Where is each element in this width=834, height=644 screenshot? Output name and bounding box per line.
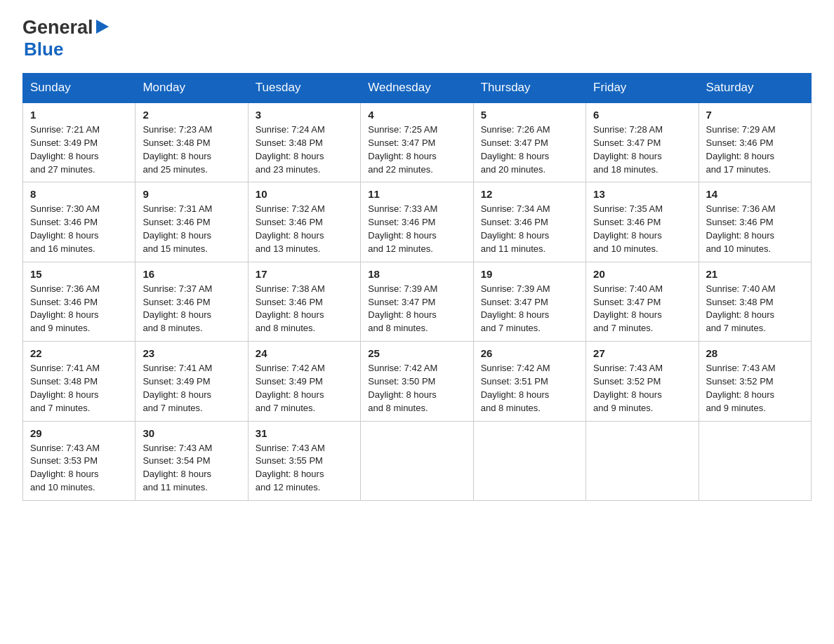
- day-info: Sunrise: 7:43 AMSunset: 3:52 PMDaylight:…: [593, 362, 691, 415]
- day-number: 19: [481, 268, 578, 280]
- header-day-friday: Friday: [586, 74, 699, 103]
- day-info: Sunrise: 7:36 AMSunset: 3:46 PMDaylight:…: [706, 203, 804, 255]
- calendar-cell: 14Sunrise: 7:36 AMSunset: 3:46 PMDayligh…: [699, 182, 811, 262]
- calendar-cell: 31Sunrise: 7:43 AMSunset: 3:55 PMDayligh…: [248, 421, 360, 500]
- day-number: 4: [368, 109, 465, 121]
- day-info: Sunrise: 7:21 AMSunset: 3:49 PMDaylight:…: [30, 123, 128, 176]
- calendar-cell: 9Sunrise: 7:31 AMSunset: 3:46 PMDaylight…: [135, 182, 248, 262]
- day-number: 18: [368, 268, 465, 280]
- calendar-header: SundayMondayTuesdayWednesdayThursdayFrid…: [23, 74, 812, 103]
- day-number: 21: [706, 268, 804, 280]
- day-number: 8: [30, 188, 128, 200]
- day-number: 11: [368, 188, 465, 200]
- calendar-cell: 24Sunrise: 7:42 AMSunset: 3:49 PMDayligh…: [248, 342, 360, 421]
- day-number: 6: [593, 109, 691, 121]
- calendar-cell: 7Sunrise: 7:29 AMSunset: 3:46 PMDaylight…: [699, 102, 811, 182]
- calendar-cell: [473, 421, 585, 500]
- calendar-cell: 23Sunrise: 7:41 AMSunset: 3:49 PMDayligh…: [135, 342, 248, 421]
- day-number: 13: [593, 188, 691, 200]
- header-day-thursday: Thursday: [473, 74, 585, 103]
- day-info: Sunrise: 7:34 AMSunset: 3:46 PMDaylight:…: [481, 203, 578, 255]
- day-info: Sunrise: 7:43 AMSunset: 3:52 PMDaylight:…: [706, 362, 804, 415]
- day-info: Sunrise: 7:35 AMSunset: 3:46 PMDaylight:…: [593, 203, 691, 255]
- day-number: 17: [256, 268, 353, 280]
- week-row-1: 1Sunrise: 7:21 AMSunset: 3:49 PMDaylight…: [23, 102, 812, 182]
- day-info: Sunrise: 7:29 AMSunset: 3:46 PMDaylight:…: [706, 123, 804, 176]
- day-number: 14: [706, 188, 804, 200]
- day-number: 30: [143, 427, 240, 439]
- day-number: 26: [481, 347, 578, 359]
- calendar-cell: 2Sunrise: 7:23 AMSunset: 3:48 PMDaylight…: [135, 102, 248, 182]
- calendar-cell: 5Sunrise: 7:26 AMSunset: 3:47 PMDaylight…: [473, 102, 585, 182]
- calendar-cell: 22Sunrise: 7:41 AMSunset: 3:48 PMDayligh…: [23, 342, 135, 421]
- day-number: 10: [256, 188, 353, 200]
- calendar-body: 1Sunrise: 7:21 AMSunset: 3:49 PMDaylight…: [23, 102, 812, 500]
- day-number: 5: [481, 109, 578, 121]
- header-day-monday: Monday: [135, 74, 248, 103]
- logo-blue-text: Blue: [22, 39, 63, 60]
- day-info: Sunrise: 7:26 AMSunset: 3:47 PMDaylight:…: [481, 123, 578, 176]
- calendar-cell: 27Sunrise: 7:43 AMSunset: 3:52 PMDayligh…: [586, 342, 699, 421]
- day-number: 31: [256, 427, 353, 439]
- week-row-2: 8Sunrise: 7:30 AMSunset: 3:46 PMDaylight…: [23, 182, 812, 262]
- week-row-5: 29Sunrise: 7:43 AMSunset: 3:53 PMDayligh…: [23, 421, 812, 500]
- calendar-cell: 13Sunrise: 7:35 AMSunset: 3:46 PMDayligh…: [586, 182, 699, 262]
- calendar-cell: 30Sunrise: 7:43 AMSunset: 3:54 PMDayligh…: [135, 421, 248, 500]
- day-info: Sunrise: 7:42 AMSunset: 3:51 PMDaylight:…: [481, 362, 578, 415]
- day-number: 24: [256, 347, 353, 359]
- day-info: Sunrise: 7:43 AMSunset: 3:53 PMDaylight:…: [30, 442, 128, 495]
- calendar-cell: 11Sunrise: 7:33 AMSunset: 3:46 PMDayligh…: [361, 182, 473, 262]
- day-number: 2: [143, 109, 240, 121]
- calendar-cell: 15Sunrise: 7:36 AMSunset: 3:46 PMDayligh…: [23, 262, 135, 341]
- day-info: Sunrise: 7:39 AMSunset: 3:47 PMDaylight:…: [368, 283, 465, 335]
- header-row: SundayMondayTuesdayWednesdayThursdayFrid…: [23, 74, 812, 103]
- calendar-cell: 6Sunrise: 7:28 AMSunset: 3:47 PMDaylight…: [586, 102, 699, 182]
- calendar-cell: 12Sunrise: 7:34 AMSunset: 3:46 PMDayligh…: [473, 182, 585, 262]
- calendar-cell: 3Sunrise: 7:24 AMSunset: 3:48 PMDaylight…: [248, 102, 360, 182]
- day-info: Sunrise: 7:23 AMSunset: 3:48 PMDaylight:…: [143, 123, 240, 176]
- calendar-cell: [586, 421, 699, 500]
- day-info: Sunrise: 7:42 AMSunset: 3:49 PMDaylight:…: [256, 362, 353, 415]
- day-info: Sunrise: 7:37 AMSunset: 3:46 PMDaylight:…: [143, 283, 240, 335]
- calendar-cell: 16Sunrise: 7:37 AMSunset: 3:46 PMDayligh…: [135, 262, 248, 341]
- day-info: Sunrise: 7:41 AMSunset: 3:48 PMDaylight:…: [30, 362, 128, 415]
- day-number: 23: [143, 347, 240, 359]
- calendar-cell: 29Sunrise: 7:43 AMSunset: 3:53 PMDayligh…: [23, 421, 135, 500]
- header-day-sunday: Sunday: [23, 74, 135, 103]
- calendar-cell: [699, 421, 811, 500]
- week-row-4: 22Sunrise: 7:41 AMSunset: 3:48 PMDayligh…: [23, 342, 812, 421]
- calendar-cell: 20Sunrise: 7:40 AMSunset: 3:47 PMDayligh…: [586, 262, 699, 341]
- day-number: 29: [30, 427, 128, 439]
- calendar-cell: [361, 421, 473, 500]
- day-number: 15: [30, 268, 128, 280]
- calendar-cell: 25Sunrise: 7:42 AMSunset: 3:50 PMDayligh…: [361, 342, 473, 421]
- day-number: 9: [143, 188, 240, 200]
- day-info: Sunrise: 7:43 AMSunset: 3:54 PMDaylight:…: [143, 442, 240, 495]
- logo-general-text: General: [22, 17, 93, 39]
- day-number: 16: [143, 268, 240, 280]
- day-number: 7: [706, 109, 804, 121]
- day-number: 25: [368, 347, 465, 359]
- logo-arrow-icon: [96, 20, 109, 36]
- day-info: Sunrise: 7:28 AMSunset: 3:47 PMDaylight:…: [593, 123, 691, 176]
- page-header: General Blue: [22, 17, 812, 60]
- header-day-tuesday: Tuesday: [248, 74, 360, 103]
- week-row-3: 15Sunrise: 7:36 AMSunset: 3:46 PMDayligh…: [23, 262, 812, 341]
- day-info: Sunrise: 7:40 AMSunset: 3:48 PMDaylight:…: [706, 283, 804, 335]
- calendar-cell: 19Sunrise: 7:39 AMSunset: 3:47 PMDayligh…: [473, 262, 585, 341]
- calendar-cell: 18Sunrise: 7:39 AMSunset: 3:47 PMDayligh…: [361, 262, 473, 341]
- day-number: 28: [706, 347, 804, 359]
- day-info: Sunrise: 7:36 AMSunset: 3:46 PMDaylight:…: [30, 283, 128, 335]
- calendar-cell: 4Sunrise: 7:25 AMSunset: 3:47 PMDaylight…: [361, 102, 473, 182]
- calendar-cell: 17Sunrise: 7:38 AMSunset: 3:46 PMDayligh…: [248, 262, 360, 341]
- calendar-table: SundayMondayTuesdayWednesdayThursdayFrid…: [22, 73, 812, 501]
- day-info: Sunrise: 7:42 AMSunset: 3:50 PMDaylight:…: [368, 362, 465, 415]
- svg-marker-0: [96, 20, 109, 34]
- day-number: 1: [30, 109, 128, 121]
- day-info: Sunrise: 7:24 AMSunset: 3:48 PMDaylight:…: [256, 123, 353, 176]
- day-number: 20: [593, 268, 691, 280]
- logo: General Blue: [22, 17, 109, 60]
- calendar-cell: 10Sunrise: 7:32 AMSunset: 3:46 PMDayligh…: [248, 182, 360, 262]
- calendar-cell: 8Sunrise: 7:30 AMSunset: 3:46 PMDaylight…: [23, 182, 135, 262]
- day-number: 3: [256, 109, 353, 121]
